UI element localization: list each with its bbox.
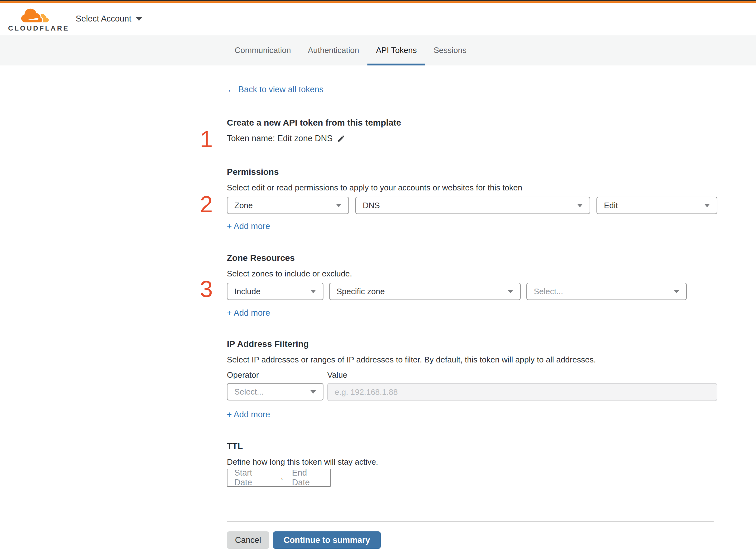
edit-pencil-icon[interactable] (337, 134, 345, 143)
ip-filtering-add-more-link[interactable]: + Add more (227, 410, 270, 420)
chevron-down-icon (674, 290, 679, 293)
zone-resources-section: Zone Resources Select zones to include o… (227, 253, 717, 318)
step-number-1: 1 (194, 128, 219, 151)
page-title: Create a new API token from this templat… (227, 118, 717, 128)
zone-resources-title: Zone Resources (227, 253, 717, 263)
date-range-picker[interactable]: Start Date → End Date (227, 469, 331, 487)
page: CLOUDFLARE Select Account Communication … (0, 0, 756, 551)
chevron-down-icon (508, 290, 513, 293)
ttl-subtitle: Define how long this token will stay act… (227, 457, 717, 467)
ip-filtering-title: IP Address Filtering (227, 339, 717, 349)
tabs: Communication Authentication API Tokens … (226, 35, 756, 65)
operator-select[interactable]: Select... (227, 383, 323, 401)
ttl-title: TTL (227, 441, 717, 451)
back-to-all-tokens-link[interactable]: ← Back to view all tokens (227, 85, 323, 94)
permissions-row: Zone DNS Edit (227, 197, 717, 214)
step-number-2: 2 (194, 193, 219, 216)
start-date-field[interactable]: Start Date (234, 468, 268, 487)
zone-include-select[interactable]: Include (227, 283, 323, 300)
logo-wordmark: CLOUDFLARE (8, 24, 60, 32)
permissions-section: Permissions Select edit or read permissi… (227, 167, 717, 231)
end-date-field[interactable]: End Date (292, 468, 323, 487)
ip-filtering-subtitle: Select IP addresses or ranges of IP addr… (227, 355, 717, 365)
footer-actions: Cancel Continue to summary (227, 531, 381, 549)
permission-access-select[interactable]: Edit (597, 197, 717, 214)
account-selector-label: Select Account (76, 14, 131, 24)
zone-name-select[interactable]: Select... (526, 283, 687, 300)
operator-label: Operator (227, 370, 323, 380)
ip-field-labels: Operator Value (227, 370, 717, 380)
token-name-row: Token name: Edit zone DNS (227, 134, 717, 143)
cloudflare-logo[interactable]: CLOUDFLARE (8, 8, 60, 32)
ip-filtering-section: IP Address Filtering Select IP addresses… (227, 339, 717, 420)
zone-resources-subtitle: Select zones to include or exclude. (227, 269, 717, 279)
token-name-text: Token name: Edit zone DNS (227, 134, 332, 143)
zone-resources-add-more-link[interactable]: + Add more (227, 308, 270, 318)
footer-divider (227, 521, 714, 522)
step-number-3: 3 (194, 278, 219, 301)
chevron-down-icon (704, 204, 710, 207)
chevron-down-icon (136, 17, 142, 21)
ip-filtering-row: Select... (227, 383, 717, 401)
ttl-section: TTL Define how long this token will stay… (227, 441, 717, 487)
value-label: Value (327, 370, 347, 380)
header: CLOUDFLARE Select Account (0, 3, 756, 35)
account-selector[interactable]: Select Account (76, 3, 142, 35)
back-arrow-icon: ← (227, 85, 235, 94)
zone-resources-row: Include Specific zone Select... (227, 283, 717, 300)
ip-value-input[interactable] (327, 383, 717, 401)
chevron-down-icon (336, 204, 341, 207)
tab-sessions[interactable]: Sessions (425, 35, 475, 65)
chevron-down-icon (577, 204, 583, 207)
continue-to-summary-button[interactable]: Continue to summary (273, 531, 381, 549)
permissions-title: Permissions (227, 167, 717, 177)
tab-communication[interactable]: Communication (226, 35, 299, 65)
back-link-label: Back to view all tokens (238, 85, 323, 94)
arrow-right-icon: → (276, 473, 284, 483)
permission-scope-select[interactable]: Zone (227, 197, 349, 214)
tab-api-tokens[interactable]: API Tokens (367, 35, 425, 65)
cloudflare-cloud-icon (8, 8, 60, 24)
tab-authentication[interactable]: Authentication (299, 35, 368, 65)
permission-group-select[interactable]: DNS (355, 197, 590, 214)
chevron-down-icon (310, 290, 316, 293)
tab-bar: Communication Authentication API Tokens … (0, 35, 756, 65)
zone-type-select[interactable]: Specific zone (329, 283, 521, 300)
chevron-down-icon (310, 390, 316, 394)
permissions-subtitle: Select edit or read permissions to apply… (227, 183, 717, 192)
token-name-section: Create a new API token from this templat… (227, 118, 717, 143)
cancel-button[interactable]: Cancel (227, 531, 269, 549)
permissions-add-more-link[interactable]: + Add more (227, 221, 270, 231)
